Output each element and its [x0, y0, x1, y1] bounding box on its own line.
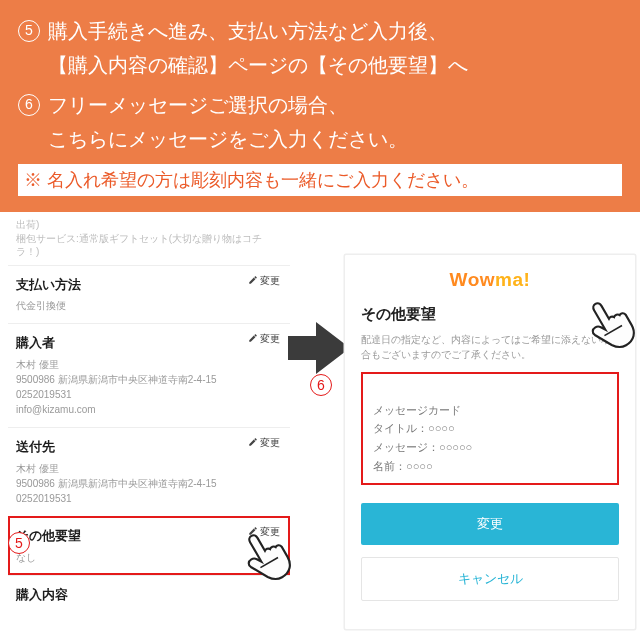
arrow-icon — [288, 322, 350, 378]
change-link[interactable]: 変更 — [248, 332, 280, 347]
change-button[interactable]: 変更 — [361, 503, 619, 545]
payment-heading: 支払い方法 — [16, 276, 282, 295]
change-link[interactable]: 変更 — [248, 274, 280, 289]
wrapping-crumb: 出荷) 梱包サービス:通常版ギフトセット(大切な贈り物はコチラ！) — [8, 218, 290, 265]
step-6-row: 6 フリーメッセージご選択の場合、 こちらにメッセージをご入力ください。 — [18, 88, 622, 156]
buyer-heading: 購入者 — [16, 334, 282, 353]
shipping-heading: 送付先 — [16, 438, 282, 457]
cancel-button[interactable]: キャンセル — [361, 557, 619, 601]
change-link[interactable]: 変更 — [248, 436, 280, 451]
pointer-hand-icon — [580, 292, 640, 356]
step-6-text: フリーメッセージご選択の場合、 こちらにメッセージをご入力ください。 — [48, 88, 408, 156]
shipping-detail: 木村 優里 9500986 新潟県新潟市中央区神道寺南2-4-15 025201… — [16, 461, 282, 506]
screenshots-area: 出荷) 梱包サービス:通常版ギフトセット(大切な贈り物はコチラ！) 変更 支払い… — [0, 212, 640, 640]
instruction-banner: 5 購入手続きへ進み、支払い方法など入力後、 【購入内容の確認】ページの【その他… — [0, 0, 640, 212]
shipping-section: 変更 送付先 木村 優里 9500986 新潟県新潟市中央区神道寺南2-4-15… — [8, 427, 290, 516]
pencil-icon — [248, 437, 258, 447]
step-6-badge: 6 — [18, 94, 40, 116]
buyer-section: 変更 購入者 木村 優里 9500986 新潟県新潟市中央区神道寺南2-4-15… — [8, 323, 290, 427]
pointer-hand-icon — [236, 524, 300, 588]
step-5-row: 5 購入手続きへ進み、支払い方法など入力後、 【購入内容の確認】ページの【その他… — [18, 14, 622, 82]
engraving-note: ※ 名入れ希望の方は彫刻内容も一緒にご入力ください。 — [18, 164, 622, 196]
callout-5: 5 — [8, 532, 30, 554]
step-5-text: 購入手続きへ進み、支払い方法など入力後、 【購入内容の確認】ページの【その他要望… — [48, 14, 468, 82]
buyer-detail: 木村 優里 9500986 新潟県新潟市中央区神道寺南2-4-15 025201… — [16, 357, 282, 417]
step-5-badge: 5 — [18, 20, 40, 42]
order-content-heading: 購入内容 — [16, 586, 282, 605]
wowma-logo: Wowma! — [361, 269, 619, 291]
callout-6: 6 — [310, 374, 332, 396]
pencil-icon — [248, 275, 258, 285]
payment-section: 変更 支払い方法 代金引換便 — [8, 265, 290, 324]
message-input-box[interactable]: メッセージカード タイトル：○○○○ メッセージ：○○○○○ 名前：○○○○ — [361, 372, 619, 485]
pencil-icon — [248, 333, 258, 343]
payment-detail: 代金引換便 — [16, 298, 282, 313]
